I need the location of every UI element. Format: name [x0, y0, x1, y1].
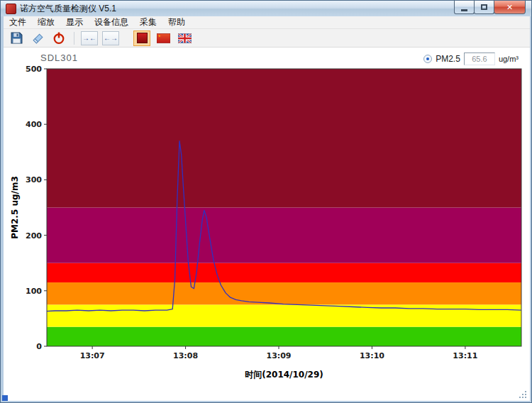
menu-collect[interactable]: 采集 [134, 16, 162, 29]
aqi-band [47, 327, 521, 346]
y-axis-title: PM2.5 ug/m3 [10, 176, 20, 239]
menu-zoom[interactable]: 缩放 [32, 16, 60, 29]
app-window: 诺方空气质量检测仪 V5.1 ✕ 文件 缩放 显示 设备信息 采集 帮助 [0, 0, 532, 403]
compress-time-button[interactable]: →← [81, 31, 98, 45]
close-icon: ✕ [506, 3, 513, 12]
menu-file[interactable]: 文件 [4, 16, 32, 29]
compress-icon: →← [82, 35, 96, 42]
power-icon [52, 32, 65, 45]
y-tick-label: 0 [36, 342, 42, 351]
menu-device-info[interactable]: 设备信息 [89, 16, 134, 29]
pm25-value-box[interactable]: 65.6 [464, 53, 495, 65]
save-button[interactable] [8, 31, 25, 46]
minimize-button[interactable] [454, 1, 475, 14]
aqi-band [47, 263, 521, 282]
floppy-icon [11, 32, 23, 44]
main-content: SDL301 PM2.5 65.6 ug/m³ 0100200300400500… [4, 48, 530, 401]
red-square-icon [137, 33, 148, 43]
aqi-band [47, 208, 521, 263]
device-label: SDL301 [40, 53, 78, 63]
x-tick-label: 13:10 [360, 351, 384, 360]
y-tick-label: 200 [26, 231, 42, 241]
x-axis-title: 时间(2014/10/29) [245, 370, 323, 380]
language-chinese-button[interactable] [155, 31, 172, 46]
maximize-button[interactable] [474, 1, 494, 14]
menu-display[interactable]: 显示 [60, 16, 89, 29]
toolbar-separator [74, 32, 74, 45]
aqi-band [47, 304, 521, 326]
y-tick-label: 400 [26, 120, 42, 129]
window-controls: ✕ [455, 1, 526, 14]
corner-accent [2, 395, 8, 401]
clear-button[interactable] [29, 31, 46, 46]
y-tick-label: 500 [26, 66, 42, 74]
uk-flag-icon [178, 33, 192, 43]
toolbar: →← ←→ [4, 29, 530, 48]
expand-icon: ←→ [104, 35, 118, 42]
y-tick-label: 100 [26, 287, 42, 296]
pm25-radio[interactable] [423, 55, 432, 63]
pm25-controls: PM2.5 65.6 ug/m³ [423, 53, 519, 65]
power-button[interactable] [50, 31, 67, 46]
expand-time-button[interactable]: ←→ [102, 31, 119, 45]
chart-svg: 010020030040050013:0713:0813:0913:1013:1… [7, 66, 529, 392]
menubar: 文件 缩放 显示 设备信息 采集 帮助 [4, 16, 530, 29]
x-tick-label: 13:08 [173, 351, 198, 360]
china-flag-icon [157, 33, 170, 43]
language-english-button[interactable] [176, 31, 193, 46]
eraser-icon [32, 32, 44, 44]
resize-grip[interactable] [519, 390, 528, 399]
red-display-button[interactable] [133, 31, 150, 46]
window-title: 诺方空气质量检测仪 V5.1 [20, 3, 116, 15]
menu-help[interactable]: 帮助 [162, 16, 191, 29]
close-button[interactable]: ✕ [494, 1, 526, 14]
x-tick-label: 13:07 [80, 351, 105, 360]
aqi-band [47, 282, 521, 304]
titlebar[interactable]: 诺方空气质量检测仪 V5.1 ✕ [1, 1, 531, 16]
x-tick-label: 13:09 [267, 351, 292, 360]
y-tick-label: 300 [26, 175, 42, 184]
pm25-unit-label: ug/m³ [499, 55, 519, 63]
aqi-band [47, 69, 521, 208]
app-icon [6, 4, 16, 14]
minimize-icon [461, 9, 467, 11]
pm25-radio-label: PM2.5 [436, 54, 460, 64]
x-tick-label: 13:11 [453, 351, 477, 360]
maximize-icon [481, 4, 487, 10]
